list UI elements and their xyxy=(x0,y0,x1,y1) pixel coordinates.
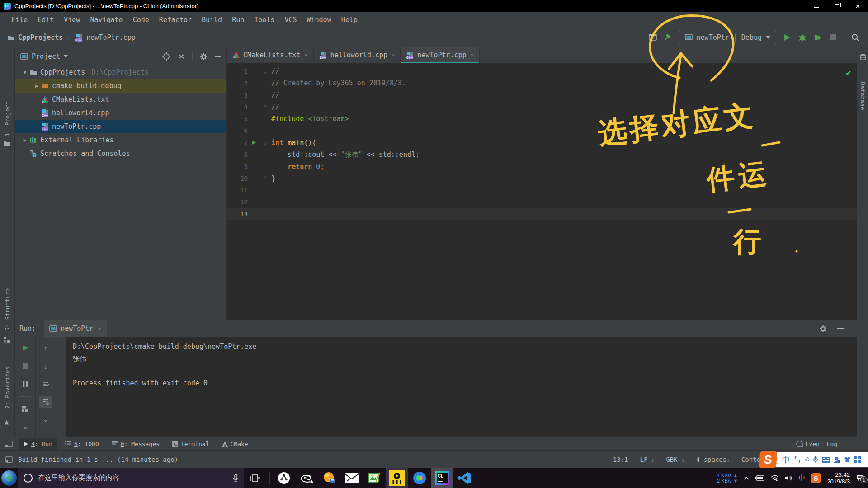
tree-chevron-icon[interactable]: ▼ xyxy=(21,70,28,75)
editor-tab-helloworld-cpp[interactable]: C++helloworld.cpp✕ xyxy=(314,47,401,63)
fold-icon[interactable]: ⌃ xyxy=(259,104,271,110)
project-panel-title[interactable]: Project xyxy=(32,52,60,61)
code-editor[interactable]: 1⌄//2// Created by Lsy365 on 2019/8/3.3/… xyxy=(227,63,857,320)
hide-panel-icon[interactable] xyxy=(215,56,221,57)
locate-file-icon[interactable] xyxy=(162,52,170,61)
tree-item-newtoptr-cpp[interactable]: C++newToPtr.cpp xyxy=(15,120,226,133)
menu-run[interactable]: Run xyxy=(227,14,249,26)
close-icon[interactable]: ✕ xyxy=(98,325,101,332)
search-everywhere-icon[interactable] xyxy=(851,33,860,42)
line-ending[interactable]: LF ⇕ xyxy=(640,456,655,463)
taskbar-search-box[interactable]: 在这里输入你要搜索的内容 xyxy=(18,468,244,488)
taskbar-app-circle-dots[interactable] xyxy=(273,468,295,488)
sogou-logo-icon[interactable]: S xyxy=(759,451,778,468)
minimize-button[interactable] xyxy=(806,0,826,12)
hide-panel-icon[interactable] xyxy=(837,328,844,329)
microphone-icon[interactable] xyxy=(233,474,239,482)
stop-button[interactable] xyxy=(829,33,838,42)
code-line-8[interactable]: 8 std::cout << "张伟" << std::endl; xyxy=(227,149,857,160)
rerun-button[interactable] xyxy=(19,342,32,354)
battery-icon[interactable] xyxy=(755,475,765,481)
tree-item-external-libraries[interactable]: ▶External Libraries xyxy=(15,133,226,147)
toolstrip-favorites-label[interactable]: 2: Favorites xyxy=(4,366,11,409)
taskbar-app-clion[interactable]: CL xyxy=(431,468,453,488)
fold-icon[interactable]: ⌄ xyxy=(259,140,271,146)
up-stacktrace-button[interactable]: ↑ xyxy=(39,342,52,354)
user-account-icon[interactable] xyxy=(834,456,840,463)
indent-setting[interactable]: 4 spaces⇕ xyxy=(696,456,730,463)
close-icon[interactable]: ✕ xyxy=(471,52,474,58)
start-button[interactable]: ♣ xyxy=(0,468,18,488)
gear-icon[interactable] xyxy=(200,53,208,61)
breadcrumb-file[interactable]: newToPtr.cpp xyxy=(86,33,135,42)
more-actions-button[interactable]: » xyxy=(19,421,32,433)
pause-output-button[interactable] xyxy=(19,378,32,390)
menu-file[interactable]: File xyxy=(6,14,33,26)
run-with-coverage-button[interactable] xyxy=(813,33,822,42)
soft-wrap-button[interactable] xyxy=(39,378,52,390)
debug-button[interactable] xyxy=(798,33,807,42)
toolstrip-project-label[interactable]: 1: Project xyxy=(4,101,11,136)
menu-vcs[interactable]: VCS xyxy=(279,14,302,26)
tree-item-cppprojects[interactable]: ▼CppProjectsD:\CppProjects xyxy=(15,66,226,79)
collapse-all-icon[interactable] xyxy=(178,53,185,60)
scroll-to-end-button[interactable] xyxy=(39,396,52,408)
speaker-icon[interactable] xyxy=(785,475,793,481)
code-line-1[interactable]: 1⌄// xyxy=(227,66,857,77)
tree-chevron-icon[interactable]: ▶ xyxy=(33,83,40,89)
ime-indicator[interactable]: 中 xyxy=(798,474,805,482)
restore-layout-button[interactable] xyxy=(19,403,32,415)
menu-build[interactable]: Build xyxy=(197,14,227,26)
tree-item-scratches-and-consoles[interactable]: Scratches and Consoles xyxy=(15,147,226,160)
menu-window[interactable]: Window xyxy=(302,14,336,26)
close-button[interactable]: ✕ xyxy=(847,0,868,12)
code-line-6[interactable]: 6 xyxy=(227,125,857,136)
code-line-2[interactable]: 2// Created by Lsy365 on 2019/8/3. xyxy=(227,77,857,89)
editor-tab-cmakelists-txt[interactable]: CMakeLists.txt✕ xyxy=(227,47,314,63)
tree-item-helloworld-cpp[interactable]: C++helloworld.cpp xyxy=(15,106,226,120)
fold-icon[interactable]: ⌄ xyxy=(259,68,271,75)
tree-item-cmake-build-debug[interactable]: ▶cmake-build-debug xyxy=(15,79,226,93)
menu-help[interactable]: Help xyxy=(336,14,363,26)
emoji-icon[interactable]: ☺ xyxy=(805,455,809,464)
run-console-output[interactable]: D:\CppProjects\cmake-build-debug\newToPt… xyxy=(66,337,857,437)
toolwindow-button-4-run[interactable]: 4: Run xyxy=(19,438,57,450)
menu-view[interactable]: View xyxy=(59,14,85,26)
tree-chevron-icon[interactable]: ▶ xyxy=(21,137,28,143)
build-hammer-icon[interactable] xyxy=(664,33,673,42)
stop-button[interactable] xyxy=(19,360,32,372)
chinese-mode-icon[interactable]: 中 xyxy=(782,455,790,465)
sogou-tray-icon[interactable]: S xyxy=(811,473,822,483)
menu-refactor[interactable]: Refactor xyxy=(154,14,197,26)
toolwindow-button-6-todo[interactable]: 6: TODO xyxy=(61,438,104,450)
restore-button[interactable] xyxy=(826,0,847,12)
run-tab[interactable]: newToPtr ✕ xyxy=(44,320,106,337)
run-button[interactable] xyxy=(783,33,792,42)
inspection-ok-icon[interactable]: ✔ xyxy=(845,69,851,77)
close-icon[interactable]: ✕ xyxy=(304,52,307,58)
gear-icon[interactable] xyxy=(819,325,827,333)
sogou-ime-toolbar[interactable]: S 中 ’, ☺ xyxy=(765,452,868,467)
toolwindow-switcher-icon[interactable] xyxy=(5,441,13,447)
code-line-11[interactable]: 11 xyxy=(227,184,857,196)
wifi-icon[interactable] xyxy=(771,475,779,481)
toolwindow-button-0-messages[interactable]: 0: Messages xyxy=(107,438,164,450)
code-line-9[interactable]: 9 return 0; xyxy=(227,160,857,172)
status-message[interactable]: Build finished in 1 s ... (14 minutes ag… xyxy=(18,456,178,463)
taskbar-app-mail[interactable] xyxy=(340,468,363,488)
caret-position[interactable]: 13:1 xyxy=(613,456,628,463)
network-speed-widget[interactable]: 4 KB/s ▲ 2 KB/s ▼ xyxy=(717,473,738,483)
clock-widget[interactable]: 23:42 2019/8/3 xyxy=(827,471,850,485)
event-log-button[interactable]: Event Log xyxy=(792,438,842,450)
toolstrip-database-label[interactable]: Database xyxy=(859,82,866,110)
microphone-icon[interactable] xyxy=(813,456,818,463)
editor-tab-newtoptr-cpp[interactable]: C++newToPtr.cpp✕ xyxy=(401,47,480,63)
menu-tools[interactable]: Tools xyxy=(249,14,279,26)
toolstrip-structure-label[interactable]: 7: Structure xyxy=(4,288,11,331)
code-line-4[interactable]: 4⌃// xyxy=(227,101,857,113)
skin-icon[interactable] xyxy=(844,456,851,463)
code-line-12[interactable]: 12 xyxy=(227,196,857,208)
taskbar-app-kiwi[interactable] xyxy=(295,468,318,488)
down-stacktrace-button[interactable]: ↓ xyxy=(39,360,52,372)
menu-navigate[interactable]: Navigate xyxy=(85,14,127,26)
